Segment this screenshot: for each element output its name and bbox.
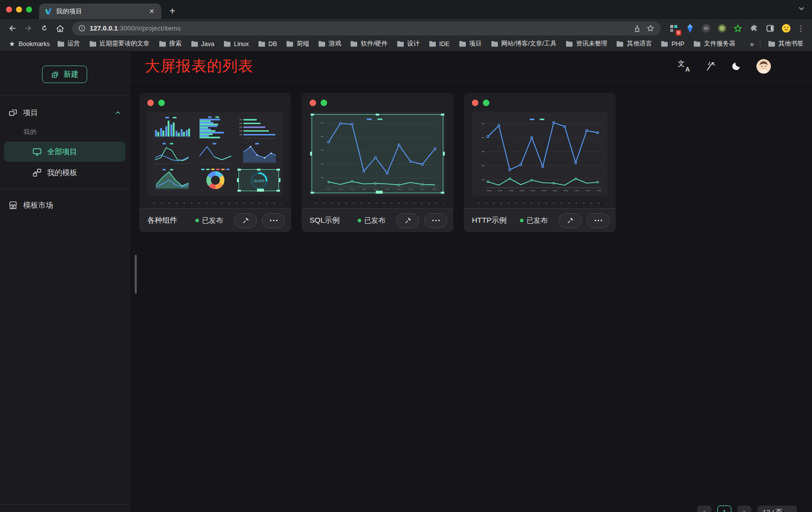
browser-menu-icon[interactable]: ⋮ [797, 24, 805, 33]
project-card[interactable]: 25.00% 各种组件 已发布 [139, 93, 291, 232]
status-badge: 已发布 [358, 216, 385, 225]
edit-project-button[interactable] [559, 213, 582, 228]
chevron-up-icon[interactable] [115, 110, 121, 116]
page-title: 大屏报表的列表 [145, 56, 253, 77]
more-actions-button[interactable] [262, 213, 285, 228]
scrollbar[interactable] [135, 255, 137, 294]
more-actions-button[interactable] [587, 213, 610, 228]
other-bookmarks-folder[interactable]: 其他书签 [764, 38, 807, 50]
more-actions-button[interactable] [424, 213, 447, 228]
project-list-content: 25.00% 各种组件 已发布 [130, 82, 812, 512]
edit-project-button[interactable] [396, 213, 419, 228]
status-dot [520, 219, 523, 222]
bookmark-folder[interactable]: 资讯未整理 [562, 38, 611, 50]
back-icon[interactable] [5, 22, 19, 36]
bookmark-folder[interactable]: DB [254, 39, 281, 49]
bookmark-folder[interactable]: 设计 [393, 38, 423, 50]
dark-mode-moon-icon[interactable] [731, 61, 741, 72]
bookmark-star-icon[interactable] [646, 24, 655, 33]
bookmark-folder[interactable]: Java [187, 39, 218, 49]
ellipsis-icon [270, 220, 278, 221]
extension-dark-circle-icon[interactable]: 88 [701, 24, 711, 34]
bookmark-folder[interactable]: 项目 [455, 38, 485, 50]
sidebar-item-all-projects[interactable]: 全部项目 [4, 142, 125, 162]
emoji-extension-icon[interactable] [781, 24, 791, 34]
extension-green-star-icon[interactable] [733, 24, 743, 34]
favicon [44, 8, 52, 16]
site-info-icon[interactable] [78, 25, 86, 32]
sidebar-group-project[interactable]: 项目 [0, 103, 129, 123]
sidebar-label-my: 我的 [0, 123, 129, 141]
edit-project-button[interactable] [234, 213, 257, 228]
magic-wand-icon[interactable] [705, 61, 716, 72]
extension-kite-icon[interactable] [685, 24, 695, 34]
avatar[interactable] [756, 59, 771, 74]
extensions-puzzle-icon[interactable] [749, 24, 759, 34]
bookmarks-bar: Bookmarks 运营 近期需要读的文章 搜索 Java [0, 38, 812, 52]
bookmark-folder[interactable]: 运营 [54, 38, 84, 50]
bookmark-folder[interactable]: 游戏 [315, 38, 345, 50]
selected-progress-widget[interactable]: 25.00% [238, 169, 279, 191]
bookmark-folder[interactable]: Linux [220, 39, 252, 49]
project-thumbnail: 25.00% [147, 112, 283, 196]
selected-chart-widget[interactable] [312, 114, 443, 193]
browser-toolbar: 127.0.0.1:3000/#/project/items 9 88 [0, 19, 812, 38]
prev-page-button[interactable] [697, 505, 711, 512]
bookmark-folder[interactable]: IDE [425, 39, 453, 49]
bookmark-folder[interactable]: 软件/硬件 [347, 38, 391, 50]
url-text: 127.0.0.1:3000/#/project/items [90, 25, 181, 32]
project-name: SQL示例 [310, 216, 358, 225]
status-badge: 已发布 [520, 216, 548, 225]
page-size-select[interactable]: 12 / 页 [757, 505, 797, 512]
zoom-window-button[interactable] [26, 7, 32, 13]
bookmark-folder[interactable]: 其他语言 [613, 38, 655, 50]
extension-green-circle-icon[interactable] [717, 24, 727, 34]
donut-legend [201, 169, 229, 170]
side-panel-icon[interactable] [765, 24, 775, 34]
ellipsis-icon [595, 220, 602, 221]
copy-plus-icon [51, 70, 60, 79]
bookmark-folder[interactable]: PHP [657, 39, 688, 49]
home-icon[interactable] [53, 22, 67, 36]
project-card[interactable]: SQL示例 已发布 [302, 93, 453, 232]
minimize-window-button[interactable] [16, 7, 22, 13]
bookmark-folder-list: 运营 近期需要读的文章 搜索 Java Linux [54, 38, 748, 50]
bookmarks-root[interactable]: Bookmarks [5, 39, 54, 49]
svg-text:25.00%: 25.00% [253, 179, 264, 183]
ellipsis-icon [432, 220, 440, 221]
next-page-button[interactable] [737, 505, 751, 512]
browser-tabstrip: 我的项目 ✕ + [0, 0, 812, 19]
bookmark-folder[interactable]: 前端 [283, 38, 313, 50]
reload-icon[interactable] [37, 22, 51, 36]
sidebar-item-my-templates[interactable]: 我的模板 [4, 163, 125, 183]
bookmark-folder[interactable]: 文件服务器 [690, 38, 739, 50]
page-number-button[interactable]: 1 [717, 505, 731, 512]
address-bar[interactable]: 127.0.0.1:3000/#/project/items [72, 22, 661, 36]
new-tab-button[interactable]: + [165, 4, 179, 18]
language-icon[interactable]: 文A [678, 61, 690, 72]
forward-icon[interactable] [21, 22, 35, 36]
bookmark-folder[interactable]: 搜索 [155, 38, 185, 50]
chevron-down-icon [786, 510, 792, 512]
project-name: 各种组件 [147, 216, 195, 225]
bookmark-folder[interactable]: 近期需要读的文章 [86, 38, 153, 50]
share-icon[interactable] [633, 25, 641, 33]
bookmarks-overflow-chevron[interactable]: » [748, 40, 756, 48]
tab-search-icon[interactable] [798, 5, 805, 12]
extension-blocks-icon[interactable]: 9 [669, 24, 679, 34]
sidebar-item-template-market[interactable]: 模板市场 [0, 195, 129, 215]
app-header: 大屏报表的列表 文A [130, 52, 812, 82]
project-card[interactable]: HTTP示例 已发布 [464, 93, 616, 232]
tab-close-icon[interactable]: ✕ [147, 7, 156, 16]
pagination: 1 12 / 页 [697, 505, 797, 512]
bookmark-folder[interactable]: 网站/博客/文章/工具 [487, 38, 560, 50]
storefront-icon [8, 200, 18, 210]
status-dot [358, 219, 361, 222]
browser-tab[interactable]: 我的项目 ✕ [39, 4, 161, 19]
close-window-button[interactable] [6, 7, 12, 13]
project-name: HTTP示例 [472, 216, 520, 225]
new-project-button[interactable]: 新建 [42, 66, 87, 83]
main-area: 大屏报表的列表 文A [130, 52, 812, 512]
svg-text:88: 88 [704, 27, 708, 30]
window-controls [0, 0, 39, 19]
